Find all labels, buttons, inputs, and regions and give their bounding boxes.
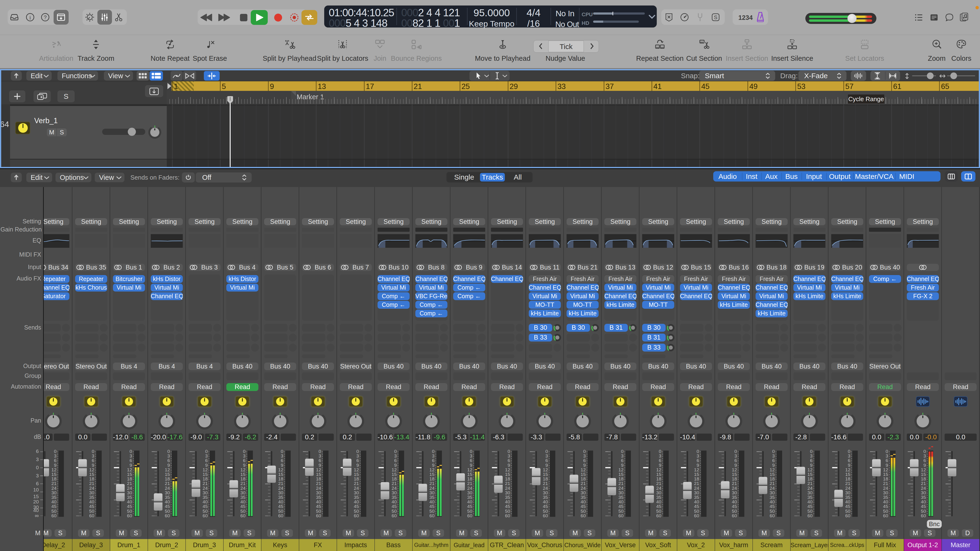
svg-text:S: S <box>714 14 718 20</box>
svg-text:?: ? <box>44 14 47 20</box>
svg-text:i: i <box>29 14 31 21</box>
